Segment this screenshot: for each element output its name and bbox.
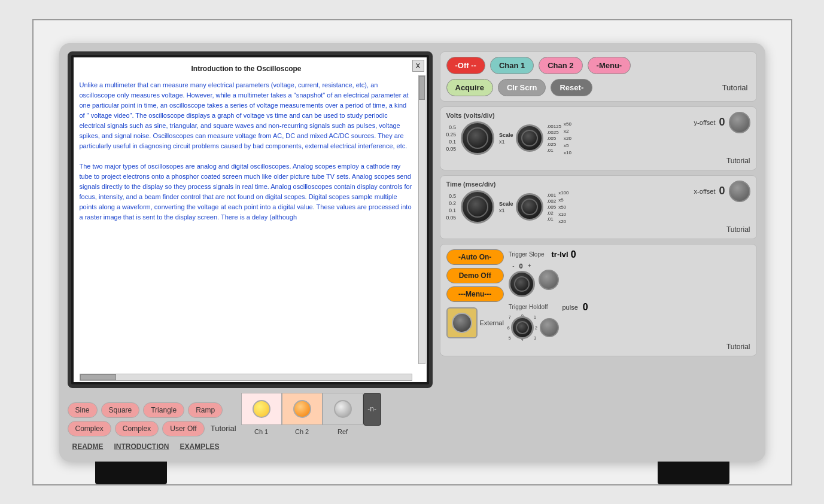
clr-scrn-button[interactable]: Clr Scrn: [498, 79, 546, 96]
ch2-knob-preview: [293, 400, 311, 418]
oscilloscope-body: X Introduction to the Oscilloscope Unlik…: [59, 43, 765, 462]
ref-knob-preview: [334, 400, 352, 418]
ref-preview: [323, 393, 363, 425]
sine-button[interactable]: Sine: [68, 402, 98, 418]
slope-controls: - 0 +: [509, 262, 750, 297]
readme-link[interactable]: README: [72, 442, 104, 451]
off-button[interactable]: -Off --: [446, 57, 485, 74]
pulse-knob[interactable]: [540, 318, 559, 337]
external-label: External: [480, 319, 504, 326]
scale-title: Scale: [499, 132, 513, 138]
bottom-controls: Sine Square Triangle Ramp Complex Comple…: [68, 393, 433, 453]
slope-header: Trigger Slope tr-lvl 0: [509, 249, 750, 260]
channel-labels: Ch 1 Ch 2 Ref: [241, 427, 381, 436]
signal-row-1: Sine Square Triangle Ramp: [68, 402, 236, 418]
square-button[interactable]: Square: [101, 402, 140, 418]
sxv2: x2: [564, 129, 571, 134]
x-offset-label: x-offset: [694, 188, 716, 195]
button-row-1: -Off -- Chan 1 Chan 2 -Menu-: [446, 57, 750, 74]
sv2: .0025: [547, 130, 561, 135]
menu-button[interactable]: -Menu-: [588, 57, 631, 74]
complex2-button[interactable]: Complex: [115, 421, 159, 436]
trlvl-knob[interactable]: [539, 270, 559, 290]
ref-label: Ref: [323, 427, 363, 436]
ch1-preview-wrapper: [241, 393, 282, 426]
x-offset-area: x-offset 0: [694, 181, 750, 202]
complex1-button[interactable]: Complex: [68, 421, 111, 436]
scale-labels-left: Scale x1: [499, 132, 513, 145]
holdoff-knob-wrapper: 9 1 2 3 4 5 6 7: [509, 314, 536, 341]
trigger-section: -Auto On- Demo Off ---Menu--- External: [440, 244, 757, 356]
time-scale-values: .001 .002 .005 .02 .01: [547, 193, 557, 222]
slope-knob[interactable]: [509, 271, 535, 297]
time-scale-knob[interactable]: [516, 193, 543, 221]
reset-button[interactable]: Reset-: [551, 79, 592, 96]
signal-row-2: Complex Complex User Off Tutorial: [68, 421, 236, 436]
slope-plus: +: [528, 262, 531, 270]
trigger-inner: -Auto On- Demo Off ---Menu--- External: [446, 249, 750, 341]
slope-minus: -: [512, 262, 514, 270]
sv1: .00125: [547, 124, 561, 129]
introduction-link[interactable]: INTRODUCTION: [114, 442, 169, 451]
intro-paragraph2: The two major types of oscillosopes are …: [80, 161, 413, 222]
slope-label: Trigger Slope: [509, 251, 545, 258]
intro-title: Introduction to the Oscilloscope: [80, 63, 413, 74]
volt-v4: 0.05: [446, 146, 457, 152]
chan1-button[interactable]: Chan 1: [490, 57, 534, 74]
ramp-button[interactable]: Ramp: [188, 402, 223, 418]
external-knob: [452, 313, 472, 333]
demo-off-button[interactable]: Demo Off: [446, 268, 504, 283]
auto-on-button[interactable]: -Auto On-: [446, 249, 504, 265]
sxv3: x20: [564, 136, 571, 141]
channel-previews: -n- Ch 1 Ch 2 Ref: [241, 393, 381, 436]
volts-main-knob[interactable]: [461, 121, 494, 155]
horizontal-scrollbar-thumb[interactable]: [80, 374, 116, 380]
slope-value: 0: [519, 262, 523, 270]
external-area: External: [446, 307, 504, 338]
volt-labels: 0.5 0.25 0.1 0.05: [446, 124, 457, 152]
pulse-value: 0: [583, 302, 588, 313]
volts-scale-knob[interactable]: [516, 124, 543, 152]
holdoff-num-2: 2: [535, 325, 537, 329]
x-offset-knob[interactable]: [729, 181, 750, 202]
tsv2: .002: [547, 198, 557, 204]
close-button[interactable]: X: [412, 60, 424, 72]
examples-link[interactable]: EXAMPLES: [180, 442, 220, 451]
slope-knob-inner: [514, 276, 530, 292]
triangle-button[interactable]: Triangle: [143, 402, 184, 418]
txv2: x5: [558, 197, 568, 203]
trig-menu-button[interactable]: ---Menu---: [446, 286, 504, 302]
sv3: .005: [547, 136, 561, 141]
scale-x-labels: .00125 .0025 .005 .025 .01: [547, 124, 561, 153]
horizontal-scrollbar[interactable]: [80, 374, 412, 381]
slope-area: Trigger Slope tr-lvl 0 - 0 +: [509, 249, 750, 341]
ch1-label: Ch 1: [241, 427, 282, 436]
scale-x-right: x50 x2 x20 x5 x10: [564, 121, 571, 155]
outer-border: X Introduction to the Oscilloscope Unlik…: [32, 19, 792, 485]
y-offset-knob[interactable]: [729, 112, 750, 133]
slope-pm-labels: - 0 +: [512, 262, 531, 270]
vertical-scrollbar-thumb[interactable]: [419, 76, 425, 100]
y-offset-area: y-offset 0: [694, 112, 750, 133]
time-scale-labels-left: Scale x1: [499, 201, 513, 213]
volt-v1: 0.5: [449, 124, 456, 130]
y-offset-label: y-offset: [694, 119, 716, 126]
holdoff-num-6: 6: [507, 325, 510, 329]
sxv5: x10: [564, 150, 571, 155]
y-offset-value: 0: [719, 116, 725, 129]
n-button[interactable]: -n-: [363, 393, 381, 426]
chan2-button[interactable]: Chan 2: [539, 57, 582, 74]
acquire-button[interactable]: Acquire: [446, 79, 493, 96]
time-main-knob[interactable]: [461, 190, 494, 224]
external-button[interactable]: [446, 307, 478, 338]
ch1-knob-preview: [253, 400, 270, 418]
text-content: Introduction to the Oscilloscope Unlike …: [74, 57, 427, 229]
holdoff-knob-inner: [516, 321, 529, 334]
tsv1: .001: [547, 193, 557, 198]
volts-scale-knob-inner: [521, 130, 538, 146]
vertical-scrollbar[interactable]: [418, 75, 425, 364]
holdoff-knob[interactable]: [511, 316, 534, 339]
ch2-preview-wrapper: [282, 393, 323, 426]
user-off-button[interactable]: User Off: [162, 421, 204, 436]
time-scale-title: Scale: [499, 201, 513, 207]
